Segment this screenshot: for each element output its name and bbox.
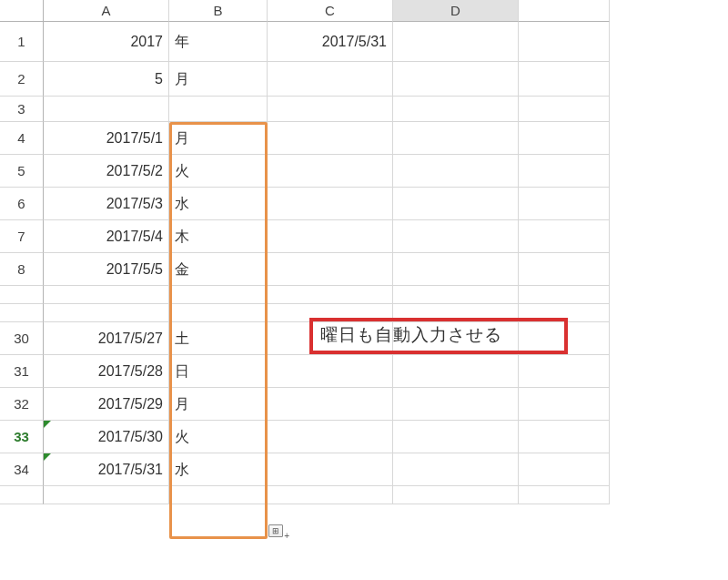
- cell-B31[interactable]: 日: [169, 355, 268, 388]
- cell-D4[interactable]: [393, 122, 519, 155]
- cell-A1[interactable]: 2017: [44, 22, 169, 62]
- cell-D[interactable]: [393, 304, 519, 322]
- row-header-[interactable]: [0, 286, 44, 304]
- cell-B34[interactable]: 水: [169, 453, 268, 486]
- column-header-C[interactable]: C: [268, 0, 393, 22]
- row-header-30[interactable]: 30: [0, 322, 44, 355]
- cell-E32[interactable]: [519, 388, 610, 421]
- cell-B7[interactable]: 木: [169, 220, 268, 253]
- cell-D32[interactable]: [393, 388, 519, 421]
- cell-A[interactable]: [44, 286, 169, 304]
- column-header-D[interactable]: D: [393, 0, 519, 22]
- cell-D6[interactable]: [393, 188, 519, 220]
- cell-C8[interactable]: [268, 253, 393, 286]
- cell-B30[interactable]: 土: [169, 322, 268, 355]
- row-header-7[interactable]: 7: [0, 220, 44, 253]
- row-header-3[interactable]: 3: [0, 97, 44, 122]
- cell-D[interactable]: [393, 486, 519, 504]
- cell-A6[interactable]: 2017/5/3: [44, 188, 169, 220]
- row-header-2[interactable]: 2: [0, 62, 44, 97]
- cell-D34[interactable]: [393, 453, 519, 486]
- cell-B2[interactable]: 月: [169, 62, 268, 97]
- cell-A[interactable]: [44, 486, 169, 504]
- cell-A2[interactable]: 5: [44, 62, 169, 97]
- cell-B[interactable]: [169, 286, 268, 304]
- cell-E33[interactable]: [519, 421, 610, 453]
- cell-E[interactable]: [519, 286, 610, 304]
- cell-B4[interactable]: 月: [169, 122, 268, 155]
- row-header-1[interactable]: 1: [0, 22, 44, 62]
- cell-C[interactable]: [268, 486, 393, 504]
- cell-A3[interactable]: [44, 97, 169, 122]
- cell-A4[interactable]: 2017/5/1: [44, 122, 169, 155]
- cell-A31[interactable]: 2017/5/28: [44, 355, 169, 388]
- cell-E5[interactable]: [519, 155, 610, 188]
- cell-C2[interactable]: [268, 62, 393, 97]
- row-header-33[interactable]: 33: [0, 421, 44, 453]
- cell-D[interactable]: [393, 286, 519, 304]
- column-header-A[interactable]: A: [44, 0, 169, 22]
- cell-B5[interactable]: 火: [169, 155, 268, 188]
- autofill-options-button[interactable]: ⊞: [268, 524, 283, 537]
- cell-B1[interactable]: 年: [169, 22, 268, 62]
- row-header-6[interactable]: 6: [0, 188, 44, 220]
- corner-cell[interactable]: [0, 0, 44, 22]
- row-header-31[interactable]: 31: [0, 355, 44, 388]
- cell-A32[interactable]: 2017/5/29: [44, 388, 169, 421]
- cell-C[interactable]: [268, 286, 393, 304]
- cell-E8[interactable]: [519, 253, 610, 286]
- cell-D7[interactable]: [393, 220, 519, 253]
- cell-E7[interactable]: [519, 220, 610, 253]
- cell-D5[interactable]: [393, 155, 519, 188]
- cell-B6[interactable]: 水: [169, 188, 268, 220]
- cell-C3[interactable]: [268, 97, 393, 122]
- cell-A8[interactable]: 2017/5/5: [44, 253, 169, 286]
- row-header-[interactable]: [0, 304, 44, 322]
- row-header-5[interactable]: 5: [0, 155, 44, 188]
- cell-E34[interactable]: [519, 453, 610, 486]
- cell-A7[interactable]: 2017/5/4: [44, 220, 169, 253]
- column-header-B[interactable]: B: [169, 0, 268, 22]
- cell-B8[interactable]: 金: [169, 253, 268, 286]
- cell-D33[interactable]: [393, 421, 519, 453]
- cell-C1[interactable]: 2017/5/31: [268, 22, 393, 62]
- row-header-8[interactable]: 8: [0, 253, 44, 286]
- cell-C32[interactable]: [268, 388, 393, 421]
- cell-E3[interactable]: [519, 97, 610, 122]
- cell-E30[interactable]: [519, 322, 610, 355]
- cell-B[interactable]: [169, 304, 268, 322]
- cell-D2[interactable]: [393, 62, 519, 97]
- cell-E[interactable]: [519, 304, 610, 322]
- cell-A5[interactable]: 2017/5/2: [44, 155, 169, 188]
- cell-C[interactable]: [268, 304, 393, 322]
- cell-D31[interactable]: [393, 355, 519, 388]
- cell-B[interactable]: [169, 486, 268, 504]
- cell-C5[interactable]: [268, 155, 393, 188]
- cell-E2[interactable]: [519, 62, 610, 97]
- cell-C31[interactable]: [268, 355, 393, 388]
- cell-B3[interactable]: [169, 97, 268, 122]
- cell-D1[interactable]: [393, 22, 519, 62]
- cell-E1[interactable]: [519, 22, 610, 62]
- cell-C33[interactable]: [268, 421, 393, 453]
- column-header-[interactable]: [519, 0, 610, 22]
- row-header-4[interactable]: 4: [0, 122, 44, 155]
- cell-C7[interactable]: [268, 220, 393, 253]
- cell-B32[interactable]: 月: [169, 388, 268, 421]
- row-header-34[interactable]: 34: [0, 453, 44, 486]
- cell-E31[interactable]: [519, 355, 610, 388]
- cell-C4[interactable]: [268, 122, 393, 155]
- cell-E6[interactable]: [519, 188, 610, 220]
- row-header-32[interactable]: 32: [0, 388, 44, 421]
- cell-A30[interactable]: 2017/5/27: [44, 322, 169, 355]
- cell-D3[interactable]: [393, 97, 519, 122]
- cell-A33[interactable]: 2017/5/30: [44, 421, 169, 453]
- cell-C34[interactable]: [268, 453, 393, 486]
- row-header-[interactable]: [0, 486, 44, 504]
- cell-B33[interactable]: 火: [169, 421, 268, 453]
- cell-A34[interactable]: 2017/5/31: [44, 453, 169, 486]
- cell-D8[interactable]: [393, 253, 519, 286]
- cell-E4[interactable]: [519, 122, 610, 155]
- cell-E[interactable]: [519, 486, 610, 504]
- cell-A[interactable]: [44, 304, 169, 322]
